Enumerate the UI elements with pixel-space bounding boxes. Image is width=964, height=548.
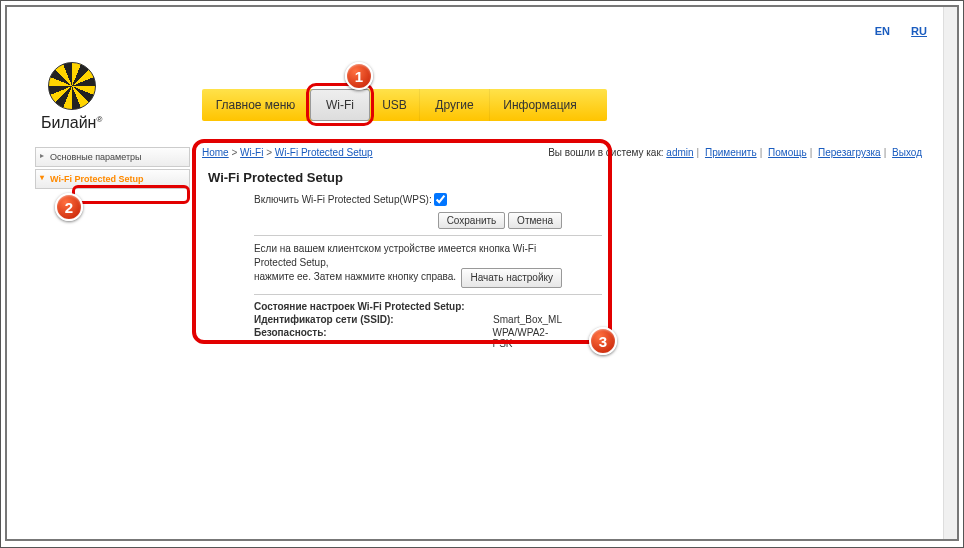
crumb-wps[interactable]: Wi-Fi Protected Setup [275,147,373,158]
lang-ru-link[interactable]: RU [911,25,927,37]
enable-wps-label: Включить Wi-Fi Protected Setup(WPS): [254,194,434,205]
nav-info[interactable]: Информация [490,89,590,121]
sidebar-basic-params[interactable]: Основные параметры [35,147,190,167]
status-block: Состояние настроек Wi-Fi Protected Setup… [254,301,562,349]
nav-other[interactable]: Другие [420,89,490,121]
sidebar-wps[interactable]: Wi-Fi Protected Setup [35,169,190,189]
logged-as-label: Вы вошли в систему как: [548,147,663,158]
nav-main[interactable]: Главное меню [202,89,310,121]
crumb-wifi[interactable]: Wi-Fi [240,147,263,158]
logo: Билайн® [41,62,102,132]
divider [254,235,602,236]
save-button[interactable]: Сохранить [438,212,506,229]
help-link[interactable]: Помощь [768,147,807,158]
user-bar: Вы вошли в систему как: admin| Применить… [548,147,922,158]
security-label: Безопасность: [254,327,493,349]
language-switcher: EN RU [857,25,927,37]
start-setup-button[interactable]: Начать настройку [461,268,562,288]
crumb-home[interactable]: Home [202,147,229,158]
breadcrumb: Home > Wi-Fi > Wi-Fi Protected Setup [202,147,373,158]
divider [254,294,602,295]
cancel-button[interactable]: Отмена [508,212,562,229]
reboot-link[interactable]: Перезагрузка [818,147,881,158]
page-title: Wi-Fi Protected Setup [202,164,922,193]
lang-en-link[interactable]: EN [875,25,890,37]
apply-link[interactable]: Применить [705,147,757,158]
logout-link[interactable]: Выход [892,147,922,158]
sidebar: Основные параметры Wi-Fi Protected Setup [35,147,190,191]
marker-2: 2 [55,193,83,221]
ssid-label: Идентификатор сети (SSID): [254,314,493,325]
main-nav: Главное меню Wi-Fi USB Другие Информация [202,89,607,121]
note-line2: нажмите ее. Затем нажмите кнопку справа. [254,271,456,282]
security-value: WPA/WPA2-PSK [493,327,563,349]
note-line1: Если на вашем клиентском устройстве имее… [254,243,536,268]
user-admin-link[interactable]: admin [666,147,693,158]
beeline-logo-icon [48,62,96,110]
nav-wifi[interactable]: Wi-Fi [310,89,370,121]
ssid-value: Smart_Box_ML [493,314,562,325]
content-panel: Home > Wi-Fi > Wi-Fi Protected Setup Вы … [202,147,922,351]
marker-3: 3 [589,327,617,355]
marker-1: 1 [345,62,373,90]
scrollbar[interactable] [943,7,957,539]
enable-wps-checkbox[interactable] [434,193,447,206]
status-heading: Состояние настроек Wi-Fi Protected Setup… [254,301,514,312]
logo-text: Билайн® [41,114,102,132]
nav-usb[interactable]: USB [370,89,420,121]
